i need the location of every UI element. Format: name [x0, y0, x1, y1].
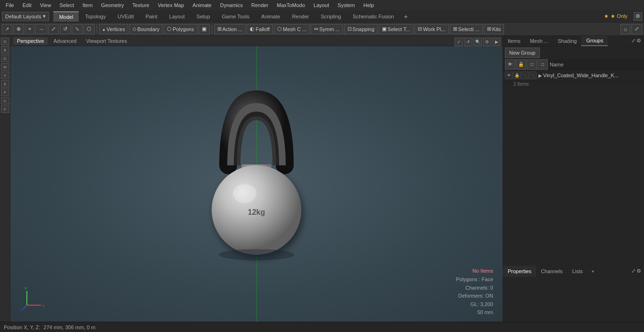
menu-geometry[interactable]: Geometry [97, 1, 127, 9]
menu-view[interactable]: View [36, 1, 55, 9]
sidebar-icon-8[interactable]: C [1, 97, 9, 105]
vp-icon-search[interactable]: 🔍 [473, 38, 482, 46]
tab-channels[interactable]: Channels [536, 266, 567, 277]
menu-vertex-map[interactable]: Vertex Map [154, 1, 188, 9]
tool-arrow-icon[interactable]: → [35, 24, 47, 34]
tab-lists[interactable]: Lists [568, 266, 588, 277]
tab-layout[interactable]: Layout [164, 11, 190, 22]
tab-model[interactable]: Model [53, 11, 79, 22]
tab-groups[interactable]: Groups [581, 36, 608, 46]
item-eye-icon[interactable]: 👁 [505, 72, 512, 79]
properties-tab-bar: Properties Channels Lists + ⤢ ⚙ [503, 266, 644, 277]
menu-item[interactable]: Item [79, 1, 96, 9]
tool-kits-btn[interactable]: ⊞ Kits [484, 24, 504, 34]
tab-animate[interactable]: Animate [256, 11, 286, 22]
tab-mesh[interactable]: Mesh ... [525, 36, 553, 46]
tab-paint[interactable]: Paint [140, 11, 163, 22]
tool-lasso-icon[interactable]: ⌖ [25, 24, 34, 34]
tab-items[interactable]: Items [503, 36, 525, 46]
col-check1-icon[interactable]: □ [527, 59, 537, 70]
tab-render[interactable]: Render [286, 11, 314, 22]
col-eye-icon[interactable]: 👁 [505, 59, 515, 70]
menu-help[interactable]: Help [360, 1, 378, 9]
menu-render[interactable]: Render [248, 1, 272, 9]
tool-select-t-btn[interactable]: ▣ Select T... [379, 24, 413, 34]
vp-icon-settings[interactable]: ⚙ [483, 38, 491, 46]
tool-mesh-btn[interactable]: ⬡ Mesh C ... [274, 24, 310, 34]
viewport-home-btn[interactable]: ⌂ [620, 24, 630, 34]
tool-snapping-btn[interactable]: ⊡ Snapping [344, 24, 378, 34]
menu-system[interactable]: System [334, 1, 359, 9]
tool-selecti-btn[interactable]: ⊞ Selecti ... [450, 24, 483, 34]
vp-icon-expand[interactable]: ▶ [492, 38, 501, 46]
list-item[interactable]: 👁 🔒 □ □ ▶ Vinyl_Coated_Wide_Handle_K... [503, 70, 644, 81]
viewport-fullscreen-btn[interactable]: ⤢ [631, 24, 642, 34]
tool-symm-btn[interactable]: ⇔ Symm ... [311, 24, 343, 34]
sidebar-icon-6[interactable]: E [1, 80, 9, 88]
menu-dynamics[interactable]: Dynamics [216, 1, 247, 9]
tab-topology[interactable]: Topology [79, 11, 111, 22]
layout-add-tab[interactable]: + [400, 12, 412, 21]
col-lock-icon[interactable]: 🔒 [516, 59, 526, 70]
item-check1-icon[interactable]: □ [521, 72, 528, 79]
tool-mode-icon[interactable]: ▣ [198, 24, 210, 34]
tool-globe-icon[interactable]: ⊕ [13, 24, 24, 34]
separator-2 [212, 24, 212, 34]
sidebar-icon-4[interactable]: M [1, 63, 9, 71]
sidebar-icon-9[interactable]: F [1, 105, 9, 113]
perspective-lines [10, 46, 152, 117]
menu-file[interactable]: File [2, 1, 18, 9]
layout-settings-icon[interactable]: ⚙ [634, 12, 642, 21]
menu-animate[interactable]: Animate [189, 1, 215, 9]
properties-add-tab[interactable]: + [587, 267, 598, 275]
viewport[interactable]: Perspective Advanced Viewport Textures ⤢… [10, 36, 503, 322]
viewport-tab-perspective[interactable]: Perspective [13, 37, 48, 45]
group-item-icons: 👁 🔒 □ □ [505, 72, 537, 79]
tool-work-pl-btn[interactable]: ⊟ Work Pl... [414, 24, 448, 34]
properties-panel: Properties Channels Lists + ⤢ ⚙ [503, 265, 644, 322]
tool-select-icon[interactable]: ↗ [2, 24, 12, 34]
tool-action-btn[interactable]: ⊞ Action ... [214, 24, 246, 34]
tool-boundary-btn[interactable]: ◇ Boundary [129, 24, 163, 34]
sidebar-icon-5[interactable]: V [1, 72, 9, 79]
tool-polygons-btn[interactable]: ⬡ Polygons [164, 24, 197, 34]
vp-icon-refresh[interactable]: ↺ [464, 38, 472, 46]
sidebar-icon-7[interactable]: P [1, 89, 9, 96]
sidebar-icon-3[interactable]: D [1, 55, 9, 62]
properties-expand[interactable]: ⤢ ⚙ [628, 267, 644, 275]
vp-icon-maximize[interactable]: ⤢ [454, 38, 463, 46]
properties-content [503, 277, 644, 322]
group-item-sub: 2 Items [503, 81, 644, 88]
tab-game-tools[interactable]: Game Tools [216, 11, 256, 22]
tab-schematic-fusion[interactable]: Schematic Fusion [347, 11, 399, 22]
menu-layout[interactable]: Layout [310, 1, 333, 9]
menu-texture[interactable]: Texture [129, 1, 153, 9]
tab-properties[interactable]: Properties [503, 266, 536, 277]
tool-falloff-btn[interactable]: ◐ Falloff [247, 24, 273, 34]
tool-scale-icon[interactable]: ⤡ [72, 24, 83, 34]
viewport-canvas[interactable]: 12kg No Items Polygons : Face Channels: … [10, 46, 503, 322]
menu-select[interactable]: Select [56, 1, 78, 9]
item-check2-icon[interactable]: □ [529, 72, 537, 79]
menu-edit[interactable]: Edit [19, 1, 35, 9]
group-expand-icon[interactable]: ▶ [538, 73, 542, 78]
tab-setup[interactable]: Setup [191, 11, 216, 22]
tool-vertices-btn[interactable]: ⬥ Vertices [99, 24, 128, 34]
new-group-button[interactable]: New Group [505, 48, 540, 58]
item-lock-icon[interactable]: 🔒 [513, 72, 520, 79]
viewport-tab-advanced[interactable]: Advanced [50, 37, 80, 45]
layout-dropdown[interactable]: Default Layouts ▾ [2, 12, 49, 21]
groups-list: 👁 🔒 □ □ ▶ Vinyl_Coated_Wide_Handle_K... … [503, 70, 644, 265]
menu-maxtomodo[interactable]: MaxToModo [273, 1, 309, 9]
tab-uvedit[interactable]: UVEdit [112, 11, 139, 22]
tab-shading[interactable]: Shading [553, 36, 581, 46]
sidebar-icon-2[interactable]: B [1, 46, 9, 54]
tab-scripting[interactable]: Scripting [315, 11, 347, 22]
col-check2-icon[interactable]: □ [537, 59, 548, 70]
viewport-tab-textures[interactable]: Viewport Textures [82, 37, 131, 45]
sidebar-icon-1[interactable]: D [1, 38, 9, 45]
tool-rotate-icon[interactable]: ↺ [60, 24, 71, 34]
tool-move-icon[interactable]: ⤢ [48, 24, 59, 34]
groups-tab-expand[interactable]: ⤢ ⚙ [628, 37, 644, 45]
tool-shield-icon[interactable]: ⬡ [83, 24, 95, 34]
